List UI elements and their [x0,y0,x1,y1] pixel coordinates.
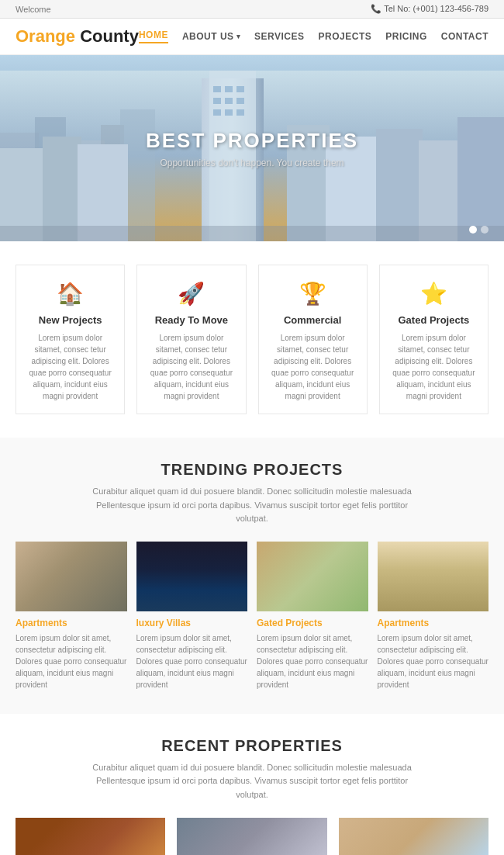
svg-rect-18 [225,109,233,116]
recent-card-luxury-villas: luxury Villas Lorem ipsum dolor sit amet… [177,818,326,855]
feature-title-gated: Gated Projects [392,314,476,326]
logo: Orange County [16,26,139,47]
svg-rect-14 [213,98,221,104]
recent-subtitle: Curabitur aliquet quam id dui posuere bl… [89,761,415,802]
recent-title: RECENT PROPERTIES [16,737,488,755]
hero-dot-2[interactable] [481,226,488,234]
svg-rect-7 [43,137,81,241]
trending-img-gated [257,542,368,611]
feature-title-new-projects: New Projects [28,314,112,326]
recent-grid: Apartments Lorem ipsum dolor sit amet, c… [16,818,488,855]
trending-name-apartments2[interactable]: Apartments [378,618,489,628]
trending-name-luxury-villas[interactable]: luxury Villas [136,618,248,628]
rocket-icon: 🚀 [149,281,233,306]
svg-rect-15 [225,98,233,104]
trending-grid: Apartments Lorem ipsum dolor sit amet, c… [16,542,488,691]
header: Orange County HOME ABOUT US ▾ SERVICES P… [0,19,504,55]
star-icon: ⭐ [392,281,476,306]
trending-section: TRENDING PROJECTS Curabitur aliquet quam… [0,438,504,714]
hero-dots [469,226,488,234]
about-chevron-icon: ▾ [236,33,241,40]
svg-rect-13 [236,86,244,92]
trending-card-apartments2: Apartments Lorem ipsum dolor sit amet, c… [378,542,489,691]
main-nav: HOME ABOUT US ▾ SERVICES PROJECTS PRICIN… [139,29,488,43]
recent-img-apartments [16,818,165,855]
topbar-welcome: Welcome [16,5,51,14]
feature-card-commercial: 🏆 Commercial Lorem ipsum dolor sitamet, … [258,265,368,414]
recent-img-luxury-villas [177,818,326,855]
trending-desc-apartments2: Lorem ipsum dolor sit amet, consectetur … [378,632,489,691]
trending-desc-luxury-villas: Lorem ipsum dolor sit amet, consectetur … [136,632,248,691]
logo-orange: Orange [16,26,75,46]
svg-rect-11 [213,86,221,92]
hero-dot-1[interactable] [469,226,477,234]
nav-pricing[interactable]: PRICING [385,31,427,42]
nav-about[interactable]: ABOUT US ▾ [182,31,240,42]
phone-number: (+001) 123-456-789 [413,4,488,13]
svg-rect-19 [236,109,244,116]
recent-img-gated [339,818,488,855]
phone-label: Tel No: [384,4,410,13]
trending-img-luxury-villas [136,542,248,611]
trending-name-apartments1[interactable]: Apartments [16,618,127,628]
svg-rect-12 [225,86,233,92]
features-section: 🏠 New Projects Lorem ipsum dolor sitamet… [0,241,504,438]
trending-card-apartments1: Apartments Lorem ipsum dolor sit amet, c… [16,542,127,691]
recent-section: RECENT PROPERTIES Curabitur aliquet quam… [0,714,504,855]
nav-services[interactable]: SERVICES [254,31,304,42]
hero-title: BEST PROPERTIES [146,129,358,153]
svg-rect-24 [457,117,504,241]
hero-subtitle: Opportunities don't happen. You create t… [146,158,358,168]
svg-rect-22 [376,129,423,241]
trending-desc-apartments1: Lorem ipsum dolor sit amet, consectetur … [16,632,127,691]
trending-title: TRENDING PROJECTS [16,461,488,479]
nav-contact[interactable]: CONTACT [441,31,488,42]
topbar-phone: 📞 Tel No: (+001) 123-456-789 [371,4,488,14]
trending-img-apartments2 [378,542,489,611]
feature-title-ready-to-move: Ready To Move [149,314,233,326]
trending-img-apartments1 [16,542,127,611]
trending-desc-gated: Lorem ipsum dolor sit amet, consectetur … [257,632,368,691]
trending-name-gated[interactable]: Gated Projects [257,618,368,628]
feature-text-commercial: Lorem ipsum dolor sitamet, consec tetur … [271,332,355,402]
recent-card-gated: Gated Projects Lorem ipsum dolor sit ame… [339,818,488,855]
feature-text-ready-to-move: Lorem ipsum dolor sitamet, consec tetur … [149,332,233,402]
feature-card-gated: ⭐ Gated Projects Lorem ipsum dolor sitam… [379,265,488,414]
trending-subtitle: Curabitur aliquet quam id dui posuere bl… [89,485,415,526]
feature-card-new-projects: 🏠 New Projects Lorem ipsum dolor sitamet… [16,265,125,414]
hero-content: BEST PROPERTIES Opportunities don't happ… [146,129,358,168]
hero-section: BEST PROPERTIES Opportunities don't happ… [0,55,504,241]
nav-home[interactable]: HOME [139,29,168,43]
feature-card-ready-to-move: 🚀 Ready To Move Lorem ipsum dolor sitame… [136,265,246,414]
topbar: Welcome 📞 Tel No: (+001) 123-456-789 [0,0,504,19]
recent-card-apartments: Apartments Lorem ipsum dolor sit amet, c… [16,818,165,855]
feature-title-commercial: Commercial [271,314,355,326]
svg-rect-17 [213,109,221,116]
home-icon: 🏠 [28,281,112,306]
trophy-icon: 🏆 [271,281,355,306]
svg-rect-25 [0,226,504,241]
feature-text-gated: Lorem ipsum dolor sitamet, consec tetur … [392,332,476,402]
trending-card-gated: Gated Projects Lorem ipsum dolor sit ame… [257,542,368,691]
nav-projects[interactable]: PROJECTS [319,31,372,42]
feature-text-new-projects: Lorem ipsum dolor sitamet, consec tetur … [28,332,112,402]
logo-black: County [80,26,139,46]
features-grid: 🏠 New Projects Lorem ipsum dolor sitamet… [16,265,488,414]
svg-rect-16 [236,98,244,104]
trending-card-luxury-villas: luxury Villas Lorem ipsum dolor sit amet… [136,542,248,691]
